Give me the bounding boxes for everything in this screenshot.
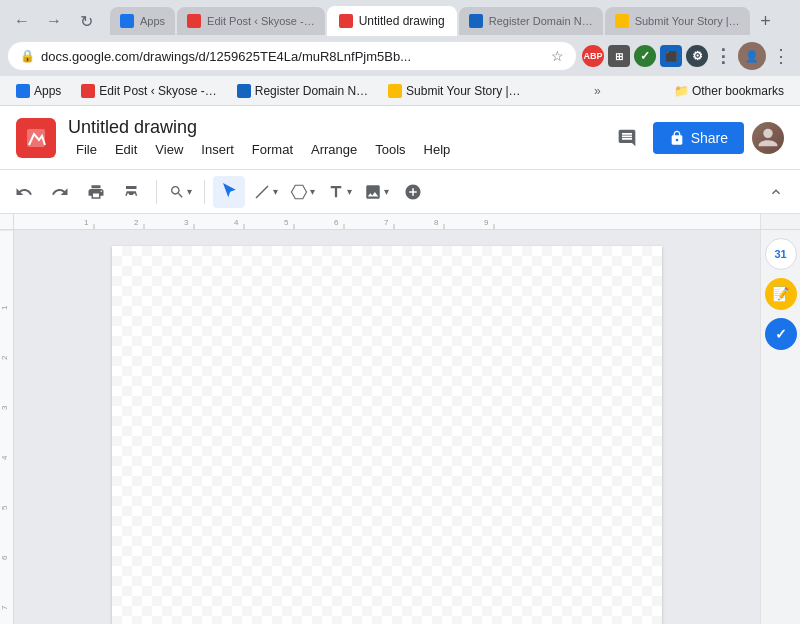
svg-text:5: 5 xyxy=(0,505,9,510)
more-tools-button[interactable] xyxy=(397,176,429,208)
bookmark-label: Submit Your Story |… xyxy=(406,84,521,98)
select-tool[interactable] xyxy=(213,176,245,208)
address-bar[interactable]: 🔒 docs.google.com/drawings/d/1259625TE4L… xyxy=(8,42,576,70)
menu-view[interactable]: View xyxy=(147,140,191,159)
tab-bar: ← → ↻ Apps Edit Post ‹ Skyose -… Untitle… xyxy=(0,0,800,36)
menu-help[interactable]: Help xyxy=(416,140,459,159)
keep-sidebar-icon[interactable]: 📝 xyxy=(765,278,797,310)
bookmark-star[interactable]: ☆ xyxy=(551,48,564,64)
tab-register-domain[interactable]: Register Domain N… xyxy=(459,7,603,35)
drawing-canvas[interactable] xyxy=(112,246,662,624)
browser-nav: ← → ↻ xyxy=(8,7,100,35)
comment-button[interactable] xyxy=(609,120,645,156)
shape-icon xyxy=(290,183,308,201)
share-button[interactable]: Share xyxy=(653,122,744,154)
back-button[interactable]: ← xyxy=(8,7,36,35)
ext-icon-4[interactable]: ⬛ xyxy=(660,45,682,67)
svg-text:2: 2 xyxy=(134,218,139,227)
tasks-label: ✓ xyxy=(775,326,787,342)
abp-extension[interactable]: ABP xyxy=(582,45,604,67)
undo-icon xyxy=(15,183,33,201)
bookmark-edit-post[interactable]: Edit Post ‹ Skyose -… xyxy=(73,82,224,100)
ext-icon-3[interactable]: ✓ xyxy=(634,45,656,67)
print-icon xyxy=(87,183,105,201)
app-title[interactable]: Untitled drawing xyxy=(68,117,597,138)
avatar-browser[interactable]: 👤 xyxy=(738,42,766,70)
more-tools-icon xyxy=(404,183,422,201)
line-icon xyxy=(253,183,271,201)
extension-icons: ABP ⊞ ✓ ⬛ ⚙ ⋮ 👤 ⋮ xyxy=(582,42,792,70)
new-tab-button[interactable]: + xyxy=(752,7,780,35)
paint-format-icon xyxy=(123,183,141,201)
menu-file[interactable]: File xyxy=(68,140,105,159)
bookmark-submit[interactable]: Submit Your Story |… xyxy=(380,82,529,100)
canvas-wrapper[interactable]: groovyPost.com› xyxy=(14,230,760,624)
line-chevron: ▾ xyxy=(273,186,278,197)
bookmark-favicon xyxy=(388,84,402,98)
tab-apps[interactable]: Apps xyxy=(110,7,175,35)
line-tool-dropdown[interactable]: ▾ xyxy=(249,176,282,208)
tab-edit-post[interactable]: Edit Post ‹ Skyose -… xyxy=(177,7,325,35)
paint-format-button[interactable] xyxy=(116,176,148,208)
collapse-icon xyxy=(768,184,784,200)
menu-tools[interactable]: Tools xyxy=(367,140,413,159)
calendar-sidebar-icon[interactable]: 31 xyxy=(765,238,797,270)
bookmark-register[interactable]: Register Domain N… xyxy=(229,82,376,100)
tasks-sidebar-icon[interactable]: ✓ xyxy=(765,318,797,350)
keep-label: 📝 xyxy=(772,286,789,302)
menu-arrange[interactable]: Arrange xyxy=(303,140,365,159)
drawing-toolbar: ▾ ▾ ▾ ▾ ▾ xyxy=(0,170,800,214)
svg-text:1: 1 xyxy=(84,218,89,227)
image-tool-dropdown[interactable]: ▾ xyxy=(360,176,393,208)
other-bookmarks[interactable]: 📁 Other bookmarks xyxy=(666,82,792,100)
bookmark-favicon xyxy=(81,84,95,98)
bookmark-label: Edit Post ‹ Skyose -… xyxy=(99,84,216,98)
share-label: Share xyxy=(691,130,728,146)
bookmark-label: Register Domain N… xyxy=(255,84,368,98)
svg-text:4: 4 xyxy=(234,218,239,227)
bookmarks-more[interactable]: » xyxy=(588,82,607,100)
toolbar-collapse-button[interactable] xyxy=(760,176,792,208)
zoom-dropdown[interactable]: ▾ xyxy=(165,176,196,208)
ruler-right-spacer xyxy=(760,214,800,230)
menu-edit[interactable]: Edit xyxy=(107,140,145,159)
bookmarks-bar: Apps Edit Post ‹ Skyose -… Register Doma… xyxy=(0,76,800,106)
svg-text:4: 4 xyxy=(0,455,9,460)
undo-button[interactable] xyxy=(8,176,40,208)
other-bookmarks-label: Other bookmarks xyxy=(692,84,784,98)
menu-format[interactable]: Format xyxy=(244,140,301,159)
bookmark-label: Apps xyxy=(34,84,61,98)
folder-icon: 📁 xyxy=(674,84,689,98)
header-actions: Share xyxy=(609,120,784,156)
redo-icon xyxy=(51,183,69,201)
shape-chevron: ▾ xyxy=(310,186,315,197)
tab-active[interactable]: Untitled drawing xyxy=(327,6,457,36)
browser-menu-button[interactable]: ⋮ xyxy=(770,43,792,69)
zoom-icon xyxy=(169,184,185,200)
redo-button[interactable] xyxy=(44,176,76,208)
ext-icon-2[interactable]: ⊞ xyxy=(608,45,630,67)
ext-dots[interactable]: ⋮ xyxy=(712,45,734,67)
shape-tool-dropdown[interactable]: ▾ xyxy=(286,176,319,208)
user-avatar[interactable] xyxy=(752,122,784,154)
svg-text:8: 8 xyxy=(434,218,439,227)
comment-icon xyxy=(617,128,637,148)
ruler-corner xyxy=(0,214,14,230)
svg-text:6: 6 xyxy=(0,555,9,560)
horizontal-ruler-row: 1 2 3 4 5 6 7 8 9 xyxy=(0,214,800,230)
image-icon xyxy=(364,183,382,201)
tab-favicon xyxy=(615,14,629,28)
bookmark-favicon xyxy=(16,84,30,98)
ext-icon-5[interactable]: ⚙ xyxy=(686,45,708,67)
print-button[interactable] xyxy=(80,176,112,208)
refresh-button[interactable]: ↻ xyxy=(72,7,100,35)
menu-insert[interactable]: Insert xyxy=(193,140,242,159)
separator-1 xyxy=(156,180,157,204)
ruler-ticks-v: 1 2 3 4 5 6 7 xyxy=(0,230,14,624)
bookmark-apps[interactable]: Apps xyxy=(8,82,69,100)
forward-button[interactable]: → xyxy=(40,7,68,35)
tab-submit-story[interactable]: Submit Your Story |… xyxy=(605,7,750,35)
text-tool-dropdown[interactable]: ▾ xyxy=(323,176,356,208)
avatar-icon xyxy=(754,124,782,152)
app-header: Untitled drawing File Edit View Insert F… xyxy=(0,106,800,170)
